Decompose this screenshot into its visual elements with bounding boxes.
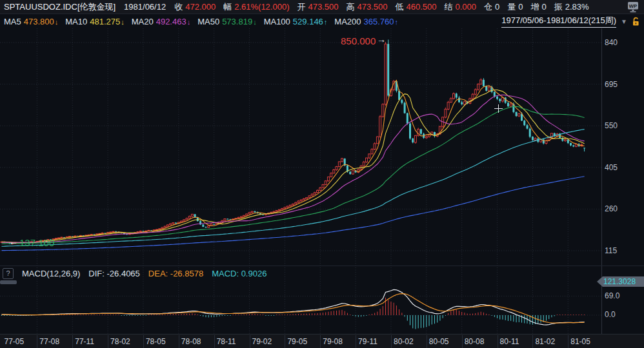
svg-text:WP: WP bbox=[629, 3, 638, 9]
quote-field-label: 振 bbox=[554, 2, 563, 12]
ma100-line bbox=[2, 130, 585, 247]
quote-field: 增0 bbox=[530, 1, 546, 13]
macd-axis-label-zero: 0.0 bbox=[605, 310, 616, 319]
time-axis-label: 78-08 bbox=[181, 337, 201, 346]
ma-value: 481.275 bbox=[90, 17, 120, 26]
quote-field: 幅2.61%(12.000) bbox=[223, 1, 289, 13]
time-axis-label: 79-11 bbox=[358, 337, 377, 346]
peak-price-annotation: 850.000 bbox=[341, 35, 376, 46]
time-axis-separator bbox=[356, 335, 356, 348]
time-axis-separator bbox=[214, 335, 215, 348]
macd-title[interactable]: MACD(12,26,9) bbox=[22, 269, 80, 278]
time-axis-label: 79-08 bbox=[323, 337, 343, 346]
macd-indicator-header: ? MACD(12,26,9) DIF: -26.4065 DEA: -26.8… bbox=[0, 266, 267, 280]
quote-field-label: 开 bbox=[297, 2, 305, 12]
ma-label: MA200 bbox=[334, 17, 361, 26]
macd-readout: MACD: 0.9026 bbox=[212, 269, 267, 278]
quote-field: 结0.000 bbox=[444, 1, 476, 13]
price-axis-label: 550 bbox=[605, 121, 618, 130]
price-axis-label: 115 bbox=[605, 246, 617, 255]
peak-arrow-icon: → bbox=[377, 34, 386, 44]
arrow-down-icon: ↓ bbox=[253, 18, 257, 26]
time-axis-label: 77-11 bbox=[75, 337, 94, 346]
quote-field-value: 0 bbox=[541, 2, 546, 12]
time-axis-label: 80-11 bbox=[500, 337, 519, 346]
ma-label: MA5 bbox=[4, 17, 21, 26]
time-axis-separator bbox=[320, 335, 321, 348]
quote-field-value: 473.500 bbox=[308, 2, 338, 12]
time-axis-separator bbox=[532, 335, 533, 348]
time-axis-separator bbox=[462, 335, 463, 348]
time-axis-label: 81-02 bbox=[535, 337, 555, 346]
time-axis-label: 77-08 bbox=[39, 337, 59, 346]
quote-info-bar: SPTAUUSDOZ.IDC[伦敦金现] 1981/06/12 收472.000… bbox=[0, 0, 644, 14]
visible-range-label[interactable]: 1977/05/06-1981/06/12(215周) bbox=[501, 15, 616, 28]
ma-readout-ma200: MA200365.760↑ bbox=[334, 17, 398, 26]
time-axis-label: 78-05 bbox=[146, 337, 166, 346]
ma-value: 529.146 bbox=[293, 17, 323, 26]
time-axis-separator bbox=[37, 335, 37, 348]
arrow-down-icon: ↓ bbox=[187, 18, 191, 26]
quote-field-label: 收 bbox=[174, 2, 183, 12]
quote-field-value: 472.000 bbox=[185, 2, 216, 12]
price-axis-line bbox=[601, 28, 602, 334]
quote-date: 1981/06/12 bbox=[124, 2, 166, 12]
quote-field-label: 量 bbox=[507, 2, 516, 12]
low-arrow-icon: ← bbox=[9, 237, 18, 247]
quote-field-value: 460.500 bbox=[406, 2, 436, 12]
arrow-up-icon: ↑ bbox=[324, 18, 328, 26]
time-axis-separator bbox=[568, 335, 569, 348]
time-axis-label: 79-02 bbox=[252, 337, 272, 346]
wp-monitor-icon[interactable]: WP bbox=[626, 1, 640, 13]
ma-readout-ma100: MA100529.146↑ bbox=[264, 17, 328, 26]
ma-label: MA100 bbox=[264, 17, 290, 26]
unlock-icon[interactable] bbox=[632, 17, 640, 26]
quote-field-label: 高 bbox=[346, 2, 354, 12]
quote-field: 振2.83% bbox=[554, 1, 589, 13]
time-axis[interactable]: 77-0577-0877-1178-0278-0578-0878-1179-02… bbox=[0, 334, 644, 348]
dif-readout: DIF: -26.4065 bbox=[88, 269, 140, 278]
range-group: 1977/05/06-1981/06/12(215周) ▼ bbox=[501, 15, 640, 28]
quote-field-value: 0 bbox=[495, 2, 499, 12]
time-axis-label: 79-05 bbox=[287, 337, 307, 346]
price-axis-label: 695 bbox=[605, 80, 618, 89]
time-axis-separator bbox=[391, 335, 392, 348]
quote-field-value: 2.83% bbox=[565, 2, 589, 12]
time-axis-separator bbox=[498, 335, 498, 348]
candlesticks[interactable] bbox=[1, 40, 585, 245]
price-axis-label: 260 bbox=[605, 204, 618, 213]
ma-value: 573.819 bbox=[222, 17, 252, 26]
ma-label: MA50 bbox=[197, 17, 219, 26]
ma-value: 492.463 bbox=[156, 17, 186, 26]
macd-axis-label-mid: 69.0 bbox=[605, 291, 619, 300]
time-axis-label: 77-05 bbox=[5, 337, 25, 346]
ma-label: MA10 bbox=[65, 17, 87, 26]
pane-resize-handle[interactable] bbox=[0, 280, 17, 284]
quote-field: 高473.500 bbox=[346, 1, 387, 13]
chart-canvas[interactable] bbox=[0, 0, 644, 348]
low-price-annotation: 137.100 bbox=[19, 237, 54, 248]
symbol-name[interactable]: SPTAUUSDOZ.IDC[伦敦金现] bbox=[4, 1, 116, 13]
time-axis-label: 80-08 bbox=[465, 337, 485, 346]
chevron-down-icon[interactable]: ▼ bbox=[621, 18, 627, 25]
quote-field-value: 0.000 bbox=[455, 2, 476, 12]
wp-monitor-icon-glyph: WP bbox=[626, 1, 640, 13]
price-axis-label: 405 bbox=[605, 163, 618, 172]
time-axis-separator bbox=[250, 335, 250, 348]
quote-field: 仓0 bbox=[484, 1, 499, 13]
quote-field-label: 结 bbox=[444, 2, 452, 12]
quote-field-label: 仓 bbox=[484, 2, 492, 12]
ma-items: MA5473.800↓MA10481.275↓MA20492.463↓MA505… bbox=[4, 17, 398, 26]
ma-label: MA20 bbox=[132, 17, 154, 26]
quote-field-label: 低 bbox=[395, 2, 403, 12]
price-axis-label: 840 bbox=[605, 38, 618, 47]
gridlines bbox=[0, 28, 601, 334]
arrow-down-icon: ↓ bbox=[121, 18, 125, 26]
crosshair-marker bbox=[494, 104, 503, 113]
quote-field-value: 0 bbox=[518, 2, 523, 12]
time-axis-label: 81-05 bbox=[570, 337, 590, 346]
ma-readout-ma50: MA50573.819↓ bbox=[197, 17, 256, 26]
help-icon[interactable]: ? bbox=[3, 268, 14, 279]
quote-field-label: 增 bbox=[530, 2, 539, 12]
time-axis-separator bbox=[108, 335, 108, 348]
